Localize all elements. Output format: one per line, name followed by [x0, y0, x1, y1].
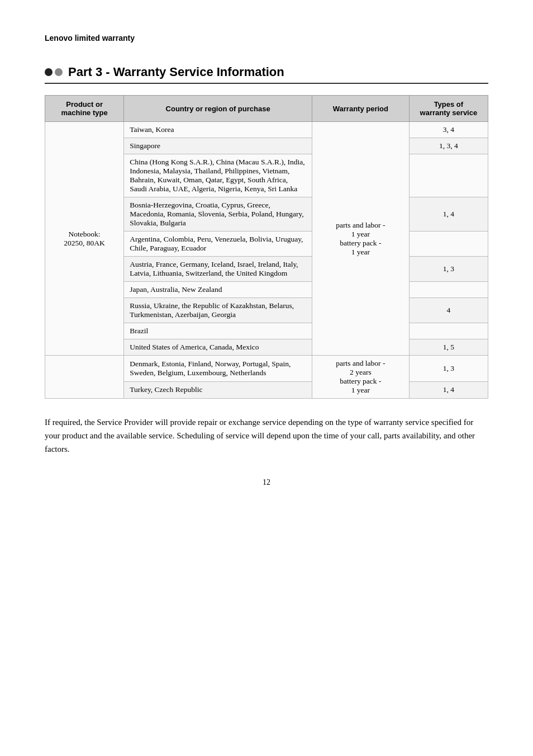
header-country: Country or region of purchase: [124, 96, 312, 122]
section-dots: [45, 68, 63, 76]
cell-country: Taiwan, Korea: [124, 122, 312, 138]
cell-types: [409, 154, 488, 197]
cell-types: 1, 4: [409, 197, 488, 231]
cell-types: 4: [409, 298, 488, 323]
cell-country: Denmark, Estonia, Finland, Norway, Portu…: [124, 356, 312, 382]
footnote: If required, the Service Provider will p…: [45, 415, 488, 456]
cell-country: Singapore: [124, 138, 312, 154]
cell-country: Japan, Australia, New Zealand: [124, 282, 312, 298]
cell-types: [409, 323, 488, 339]
cell-warranty: parts and labor -2 yearsbattery pack -1 …: [312, 356, 409, 399]
table-row: Notebook:20250, 80AK Taiwan, Korea parts…: [45, 122, 488, 138]
dot-2: [55, 68, 63, 76]
cell-types: [409, 231, 488, 257]
cell-product: Notebook:20250, 80AK: [45, 122, 124, 356]
cell-country: Austria, France, Germany, Iceland, Israe…: [124, 257, 312, 282]
cell-types: 1, 3: [409, 356, 488, 382]
cell-country: Brazil: [124, 323, 312, 339]
cell-country: United States of America, Canada, Mexico: [124, 339, 312, 356]
cell-product: [45, 356, 124, 399]
cell-country: Turkey, Czech Republic: [124, 381, 312, 398]
cell-country: Russia, Ukraine, the Republic of Kazakhs…: [124, 298, 312, 323]
cell-types: 1, 4: [409, 381, 488, 398]
cell-warranty: parts and labor -1 yearbattery pack -1 y…: [312, 122, 409, 356]
cell-types: 3, 4: [409, 122, 488, 138]
doc-title: Lenovo limited warranty: [45, 34, 488, 42]
cell-country: Argentina, Colombia, Peru, Venezuela, Bo…: [124, 231, 312, 257]
table-header-row: Product ormachine type Country or region…: [45, 96, 488, 122]
warranty-table: Product ormachine type Country or region…: [45, 95, 488, 399]
header-product: Product ormachine type: [45, 96, 124, 122]
cell-types: 1, 3: [409, 257, 488, 282]
header-types: Types ofwarranty service: [409, 96, 488, 122]
section-title: Part 3 - Warranty Service Information: [68, 65, 284, 79]
cell-country: Bosnia-Herzegovina, Croatia, Cyprus, Gre…: [124, 197, 312, 231]
cell-types: [409, 282, 488, 298]
dot-1: [45, 68, 53, 76]
table-row: Denmark, Estonia, Finland, Norway, Portu…: [45, 356, 488, 382]
section-header: Part 3 - Warranty Service Information: [45, 65, 488, 84]
header-warranty: Warranty period: [312, 96, 409, 122]
cell-types: 1, 5: [409, 339, 488, 356]
page-number: 12: [45, 478, 488, 487]
cell-types: 1, 3, 4: [409, 138, 488, 154]
cell-country: China (Hong Kong S.A.R.), China (Macau S…: [124, 154, 312, 197]
